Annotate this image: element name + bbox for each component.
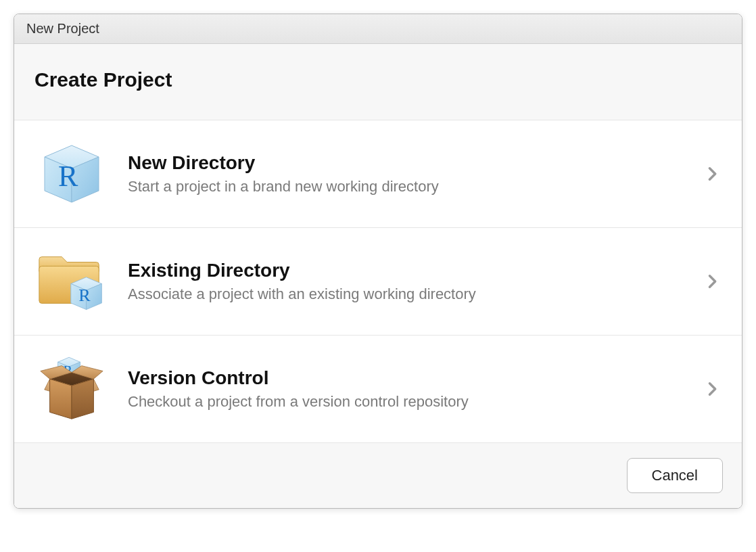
project-options-list: R New Directory Start a project in a bra… bbox=[14, 120, 742, 443]
option-text: New Directory Start a project in a brand… bbox=[128, 152, 684, 196]
option-title: Existing Directory bbox=[128, 260, 684, 281]
option-version-control[interactable]: R Version Control Checkout a project fro bbox=[14, 336, 742, 443]
svg-text:R: R bbox=[58, 160, 78, 193]
r-cube-icon: R bbox=[34, 137, 109, 211]
option-description: Start a project in a brand new working d… bbox=[128, 178, 684, 196]
chevron-right-icon bbox=[703, 164, 722, 183]
dialog-header: Create Project bbox=[14, 44, 742, 120]
new-project-dialog: New Project Create Project bbox=[14, 14, 742, 509]
page-title: Create Project bbox=[34, 68, 722, 91]
chevron-right-icon bbox=[703, 380, 722, 398]
option-title: Version Control bbox=[128, 367, 684, 389]
option-text: Existing Directory Associate a project w… bbox=[128, 260, 684, 303]
option-title: New Directory bbox=[128, 152, 684, 174]
svg-marker-18 bbox=[50, 379, 72, 419]
box-r-cube-icon: R bbox=[34, 352, 109, 426]
option-description: Associate a project with an existing wor… bbox=[128, 285, 684, 303]
option-new-directory[interactable]: R New Directory Start a project in a bra… bbox=[14, 120, 742, 228]
option-existing-directory[interactable]: R Existing Directory Associate a project… bbox=[14, 228, 742, 336]
window-titlebar: New Project bbox=[14, 14, 742, 44]
svg-marker-19 bbox=[72, 379, 93, 419]
svg-text:R: R bbox=[78, 285, 91, 305]
option-text: Version Control Checkout a project from … bbox=[128, 367, 684, 411]
cancel-button[interactable]: Cancel bbox=[627, 458, 723, 493]
folder-r-cube-icon: R bbox=[34, 244, 109, 319]
chevron-right-icon bbox=[703, 272, 722, 291]
dialog-footer: Cancel bbox=[14, 443, 742, 508]
option-description: Checkout a project from a version contro… bbox=[128, 393, 684, 411]
window-title: New Project bbox=[26, 21, 99, 36]
